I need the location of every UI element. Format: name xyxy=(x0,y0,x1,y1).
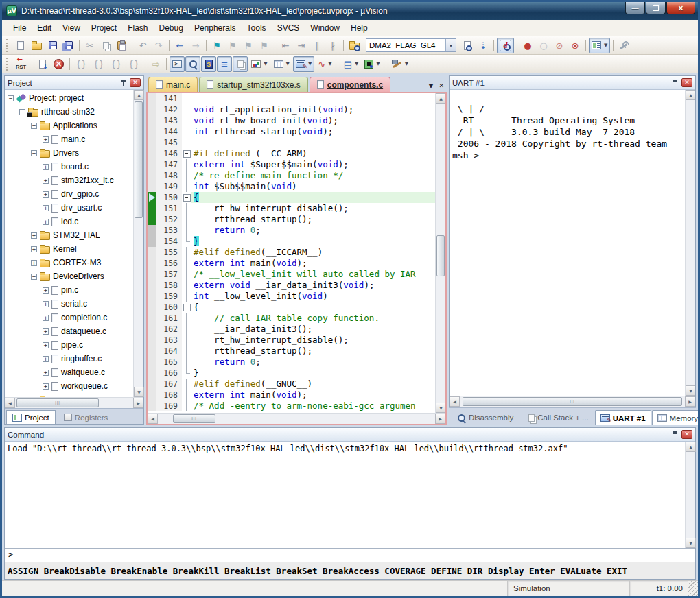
uart-terminal[interactable]: \ | / - RT - Thread Operating System / |… xyxy=(450,90,685,396)
close-button[interactable]: × xyxy=(666,2,695,14)
scroll-thumb[interactable] xyxy=(135,101,143,218)
stop-debug-button[interactable] xyxy=(51,56,67,72)
expand-icon[interactable]: + xyxy=(43,315,49,321)
tree-item[interactable]: +drv_usart.c xyxy=(5,201,133,215)
dropdown-arrow-icon[interactable]: ▼ xyxy=(264,61,267,67)
expand-icon[interactable]: + xyxy=(43,205,49,211)
command-close-icon[interactable]: ✕ xyxy=(681,430,692,439)
code-text[interactable]: rtthread_startup(); xyxy=(191,346,435,357)
dropdown-arrow-icon[interactable]: ▼ xyxy=(286,61,290,67)
code-text[interactable]: { xyxy=(191,192,435,203)
expand-icon[interactable]: + xyxy=(43,328,49,335)
insert-breakpoint-button[interactable]: ● xyxy=(520,38,535,53)
scroll-right-button[interactable]: ▶ xyxy=(133,398,143,408)
dropdown-arrow-icon[interactable]: ▼ xyxy=(405,61,408,67)
menu-tools[interactable]: Tools xyxy=(242,21,272,36)
reset-button[interactable]: RST xyxy=(13,56,29,72)
pin-icon[interactable] xyxy=(672,78,679,87)
minimize-button[interactable]: — xyxy=(625,2,645,14)
save-all-button[interactable] xyxy=(61,38,76,53)
tree-item[interactable]: +waitqueue.c xyxy=(5,366,133,379)
run-button[interactable]: ⇨ xyxy=(148,56,163,72)
scroll-left-button[interactable]: ◀ xyxy=(148,414,158,424)
collapse-icon[interactable]: − xyxy=(31,123,37,129)
command-output[interactable]: Load "D:\\rt-thread\\rt-thread-3.0.3\\bs… xyxy=(5,442,685,548)
search-combo[interactable]: ▼ xyxy=(366,38,456,52)
tree-item[interactable]: −Project: project xyxy=(5,91,133,105)
code-text[interactable]: extern int main(void); xyxy=(191,390,435,400)
code-text[interactable]: #if defined (__CC_ARM) xyxy=(191,148,435,159)
dropdown-arrow-icon[interactable]: ▼ xyxy=(328,61,331,67)
collapse-icon[interactable]: − xyxy=(31,150,37,156)
code-text[interactable]: extern void __iar_data_init3(void); xyxy=(191,280,435,291)
tree-item[interactable]: +pipe.c xyxy=(5,338,133,352)
code-text[interactable]: // call IAR table copy function. xyxy=(191,313,435,324)
collapse-icon[interactable]: − xyxy=(8,95,14,101)
code-text[interactable]: rt_hw_interrupt_disable(); xyxy=(191,335,435,346)
collapse-icon[interactable]: − xyxy=(31,274,37,280)
redo-button[interactable]: ↷ xyxy=(151,38,166,53)
code-text[interactable] xyxy=(191,137,435,148)
watch-windows-dropdown[interactable]: ▤▼ xyxy=(341,56,362,72)
code-text[interactable]: /* __low_level_init will auto called by … xyxy=(191,269,435,280)
code-text[interactable]: void rt_application_init(void); xyxy=(191,104,435,115)
logic-analyzer-dropdown[interactable]: ∿▼ xyxy=(315,56,334,72)
menu-view[interactable]: View xyxy=(57,21,86,36)
code-text[interactable]: rtthread_startup(); xyxy=(191,214,435,225)
scroll-left-button[interactable]: ◀ xyxy=(5,398,15,408)
scroll-down-button[interactable]: ▼ xyxy=(134,387,144,397)
comment-button[interactable]: ∥ xyxy=(310,38,325,53)
dock-tab-call-stack-[interactable]: Call Stack + ... xyxy=(523,410,594,425)
title-bar[interactable]: µV D:\rt-thread\rt-thread-3.0.3\bsp\stm3… xyxy=(2,2,698,20)
code-text[interactable]: #elif defined(__ICCARM__) xyxy=(191,247,435,258)
project-hscrollbar[interactable]: ◀ ||| ▶ xyxy=(5,397,143,408)
disassembly-window-button[interactable] xyxy=(185,56,200,72)
fold-marker[interactable] xyxy=(182,302,191,313)
scroll-up-button[interactable]: ▲ xyxy=(686,442,696,452)
uart-hscrollbar[interactable]: ◀ ||| ▶ xyxy=(450,396,695,407)
expand-icon[interactable]: + xyxy=(31,246,37,252)
dropdown-arrow-icon[interactable]: ▼ xyxy=(355,61,358,67)
scroll-down-button[interactable]: ▼ xyxy=(436,403,445,413)
code-text[interactable]: } xyxy=(191,368,435,379)
command-vscrollbar[interactable]: ▲ ▼ xyxy=(685,442,695,548)
code-text[interactable]: return 0; xyxy=(191,357,435,368)
save-button[interactable] xyxy=(45,38,60,53)
command-input-line[interactable]: > xyxy=(5,548,695,562)
dropdown-arrow-icon[interactable]: ▼ xyxy=(308,61,312,67)
system-viewer-dropdown[interactable]: ▼ xyxy=(362,56,382,72)
window-layout-button[interactable]: ▼ xyxy=(589,38,610,53)
tab-list-dropdown-icon[interactable]: ▼ xyxy=(429,82,434,89)
pin-icon[interactable] xyxy=(672,430,679,439)
menu-peripherals[interactable]: Peripherals xyxy=(189,21,242,36)
code-text[interactable]: int $Sub$$main(void) xyxy=(191,181,435,192)
toolbox-dropdown[interactable]: ▼ xyxy=(389,56,411,72)
command-window-button[interactable] xyxy=(170,56,185,72)
tree-item[interactable]: +dataqueue.c xyxy=(5,324,133,338)
undo-button[interactable]: ↶ xyxy=(135,38,150,53)
code-text[interactable]: int rtthread_startup(void); xyxy=(191,126,435,137)
editor-tab-components-c[interactable]: components.c xyxy=(310,77,390,92)
dock-tab-uart-1[interactable]: UART #1 xyxy=(595,410,651,425)
debug-session-button[interactable] xyxy=(497,38,514,53)
tree-item[interactable]: +pin.c xyxy=(5,283,133,297)
cut-button[interactable]: ✂ xyxy=(82,38,97,53)
project-close-icon[interactable]: ✕ xyxy=(130,78,141,87)
paste-button[interactable] xyxy=(114,38,129,53)
menu-svcs[interactable]: SVCS xyxy=(272,21,305,36)
code-text[interactable]: extern int main(void); xyxy=(191,258,435,269)
expand-icon[interactable]: + xyxy=(43,287,49,294)
find-button[interactable] xyxy=(460,38,475,53)
expand-icon[interactable]: + xyxy=(31,260,37,266)
dock-tab-disassembly[interactable]: Disassembly xyxy=(452,410,519,425)
scroll-left-button[interactable]: ◀ xyxy=(450,396,460,407)
tree-item[interactable]: +board.c xyxy=(5,160,133,174)
registers-window-button[interactable]: ≡ xyxy=(217,56,232,72)
dropdown-arrow-icon[interactable]: ▼ xyxy=(376,61,380,67)
editor-tab-main-c[interactable]: main.c xyxy=(148,77,198,92)
bookmark-clear-button[interactable]: ⚑ xyxy=(257,38,272,53)
scroll-down-button[interactable]: ▼ xyxy=(686,538,696,548)
menu-edit[interactable]: Edit xyxy=(32,21,57,36)
code-text[interactable]: extern int $Super$$main(void); xyxy=(191,159,435,170)
new-file-button[interactable] xyxy=(13,38,28,53)
